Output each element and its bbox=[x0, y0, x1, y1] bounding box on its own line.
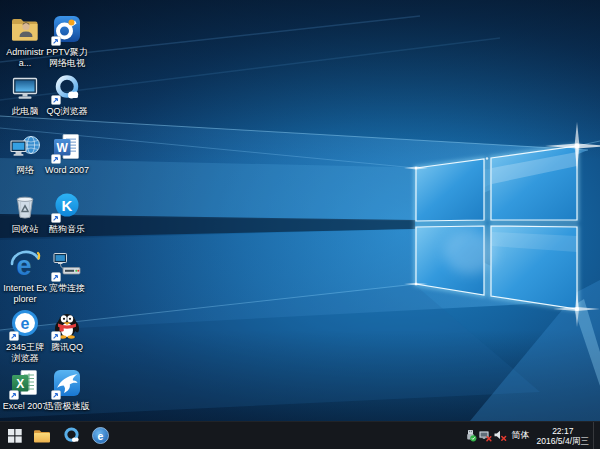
recycle-bin-icon bbox=[9, 190, 41, 222]
taskbar-file-explorer-button[interactable] bbox=[30, 422, 54, 449]
system-tray: 简体 22:17 2016/5/4/周三 bbox=[463, 422, 600, 449]
svg-text:K: K bbox=[62, 197, 73, 214]
desktop-icon-qq-browser[interactable]: QQ浏览器 bbox=[44, 72, 90, 117]
shortcut-arrow-icon bbox=[51, 213, 61, 223]
icon-label: Administra... bbox=[2, 47, 48, 69]
desktop-icon-network[interactable]: 网络 bbox=[2, 131, 48, 176]
icon-label: Excel 2007 bbox=[2, 401, 48, 412]
desktop-icon-word-2007[interactable]: W Word 2007 bbox=[44, 131, 90, 176]
icon-label: 此电脑 bbox=[2, 106, 48, 117]
ime-indicator[interactable]: 简体 bbox=[508, 429, 534, 442]
shortcut-arrow-icon bbox=[51, 95, 61, 105]
icon-label: 酷狗音乐 bbox=[44, 224, 90, 235]
file-explorer-icon bbox=[33, 428, 51, 444]
icon-label: 迅雷极速版 bbox=[44, 401, 90, 412]
volume-muted-icon[interactable] bbox=[493, 422, 508, 449]
shortcut-arrow-icon bbox=[9, 390, 19, 400]
shortcut-arrow-icon bbox=[51, 36, 61, 46]
qq-browser-icon bbox=[62, 426, 81, 445]
desktop-icon-tencent-qq[interactable]: 腾讯QQ bbox=[44, 308, 90, 353]
desktop-icon-pptv[interactable]: PPTV聚力 网络电视 bbox=[44, 13, 90, 69]
usb-safely-remove-icon[interactable] bbox=[463, 422, 478, 449]
administrator-folder-icon bbox=[9, 13, 41, 45]
clock-time: 22:17 bbox=[537, 426, 589, 436]
icon-label: 回收站 bbox=[2, 224, 48, 235]
svg-text:e: e bbox=[21, 315, 30, 332]
svg-text:e: e bbox=[16, 251, 31, 281]
desktop-icon-this-pc[interactable]: 此电脑 bbox=[2, 72, 48, 117]
icon-label: Internet Explorer bbox=[2, 283, 48, 305]
icon-label: PPTV聚力 网络电视 bbox=[44, 47, 90, 69]
shortcut-arrow-icon bbox=[51, 272, 61, 282]
taskbar-2345-browser-button[interactable]: e bbox=[88, 422, 112, 449]
network-disconnected-icon[interactable] bbox=[478, 422, 493, 449]
icon-label: 宽带连接 bbox=[44, 283, 90, 294]
icon-label: 腾讯QQ bbox=[44, 342, 90, 353]
desktop-icon-administrator[interactable]: Administra... bbox=[2, 13, 48, 69]
internet-explorer-icon: e bbox=[9, 249, 41, 281]
desktop-icon-2345-browser[interactable]: e 2345王牌浏览器 bbox=[2, 308, 48, 364]
shortcut-arrow-icon bbox=[9, 331, 19, 341]
icon-label: Word 2007 bbox=[44, 165, 90, 176]
svg-text:X: X bbox=[16, 377, 24, 391]
taskbar-qq-browser-button[interactable] bbox=[57, 422, 85, 449]
desktop-icon-kugou[interactable]: K 酷狗音乐 bbox=[44, 190, 90, 235]
clock-date: 2016/5/4/周三 bbox=[537, 436, 589, 446]
icon-label: QQ浏览器 bbox=[44, 106, 90, 117]
shortcut-arrow-icon bbox=[51, 154, 61, 164]
icon-label: 网络 bbox=[2, 165, 48, 176]
desktop-icon-internet-explorer[interactable]: e Internet Explorer bbox=[2, 249, 48, 305]
shortcut-arrow-icon bbox=[51, 331, 61, 341]
network-icon bbox=[9, 131, 41, 163]
start-icon bbox=[8, 429, 22, 443]
svg-text:e: e bbox=[97, 430, 103, 442]
taskbar-clock[interactable]: 22:17 2016/5/4/周三 bbox=[534, 426, 593, 446]
2345-browser-icon: e bbox=[92, 427, 109, 444]
desktop-icon-thunder[interactable]: 迅雷极速版 bbox=[44, 367, 90, 412]
icon-label: 2345王牌浏览器 bbox=[2, 342, 48, 364]
taskbar: e bbox=[0, 421, 600, 449]
shortcut-arrow-icon bbox=[51, 390, 61, 400]
this-pc-icon bbox=[9, 72, 41, 104]
windows-hero-wallpaper bbox=[0, 0, 600, 421]
svg-text:W: W bbox=[57, 141, 69, 155]
windows-desktop-screen: Administra... PPTV聚力 网络电视 bbox=[0, 0, 600, 449]
desktop-icon-broadband[interactable]: 宽带连接 bbox=[44, 249, 90, 294]
desktop-icon-excel-2007[interactable]: X Excel 2007 bbox=[2, 367, 48, 412]
show-desktop-button[interactable] bbox=[593, 422, 598, 449]
start-button[interactable] bbox=[2, 422, 28, 449]
desktop-icon-recycle-bin[interactable]: 回收站 bbox=[2, 190, 48, 235]
desktop-area: Administra... PPTV聚力 网络电视 bbox=[0, 0, 600, 421]
